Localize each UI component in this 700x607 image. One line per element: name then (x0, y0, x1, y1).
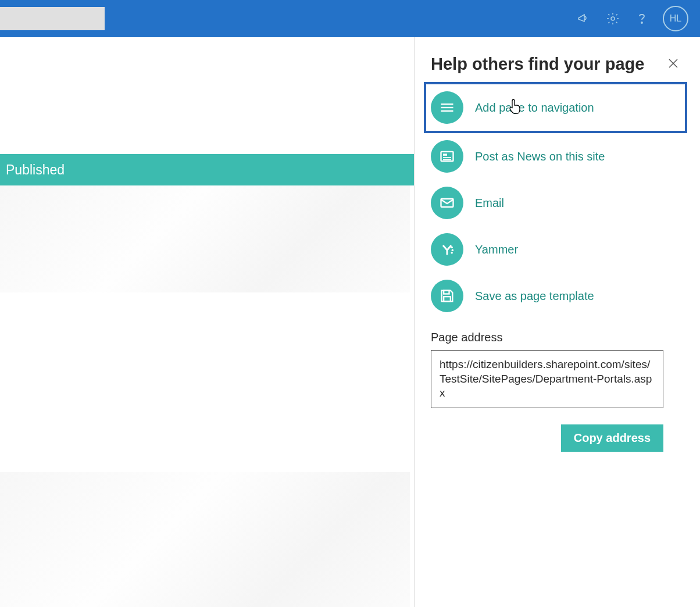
option-label: Save as page template (475, 290, 594, 303)
svg-rect-10 (443, 159, 451, 160)
page-address-label: Page address (431, 331, 679, 344)
svg-point-14 (451, 252, 453, 254)
svg-point-0 (611, 17, 615, 20)
header-actions: HL (576, 6, 693, 31)
save-icon (431, 280, 463, 312)
option-yammer[interactable]: Yammer (431, 226, 679, 273)
gear-icon[interactable] (605, 10, 621, 27)
yammer-icon (431, 233, 463, 266)
option-label: Add page to navigation (475, 101, 594, 115)
svg-rect-16 (444, 297, 451, 301)
option-save-template[interactable]: Save as page template (431, 273, 679, 319)
news-icon (431, 140, 463, 173)
option-label: Yammer (475, 243, 518, 256)
option-label: Email (475, 197, 504, 210)
copy-row: Copy address (431, 424, 663, 452)
option-label: Post as News on this site (475, 150, 605, 163)
option-post-as-news[interactable]: Post as News on this site (431, 133, 679, 180)
hamburger-icon (431, 91, 463, 124)
svg-point-13 (452, 249, 454, 251)
hero-section-bg (0, 185, 410, 292)
option-add-to-navigation[interactable]: Add page to navigation (424, 82, 687, 133)
panel-header: Help others find your page (431, 55, 679, 74)
svg-point-12 (451, 247, 453, 249)
panel-title: Help others find your page (431, 55, 644, 74)
megaphone-icon[interactable] (576, 10, 592, 27)
svg-rect-5 (441, 107, 453, 108)
help-others-panel: Help others find your page Add page to n… (414, 37, 700, 607)
svg-point-1 (641, 22, 642, 23)
mail-icon (431, 187, 463, 219)
published-banner: Published (0, 154, 416, 185)
published-label: Published (6, 162, 65, 178)
svg-rect-6 (441, 110, 453, 112)
search-input[interactable] (0, 7, 105, 30)
option-email[interactable]: Email (431, 180, 679, 226)
svg-rect-15 (444, 291, 449, 294)
copy-address-button[interactable]: Copy address (561, 424, 663, 452)
svg-rect-8 (443, 153, 447, 156)
page-address-field[interactable]: https://citizenbuilders.sharepoint.com/s… (431, 350, 663, 408)
avatar[interactable]: HL (663, 6, 688, 31)
avatar-initials: HL (670, 13, 681, 24)
close-icon[interactable] (667, 58, 679, 72)
svg-rect-9 (443, 157, 451, 158)
app-header: HL (0, 0, 700, 37)
content-section-bg (0, 472, 410, 607)
svg-rect-4 (441, 103, 453, 105)
help-icon[interactable] (634, 10, 650, 27)
